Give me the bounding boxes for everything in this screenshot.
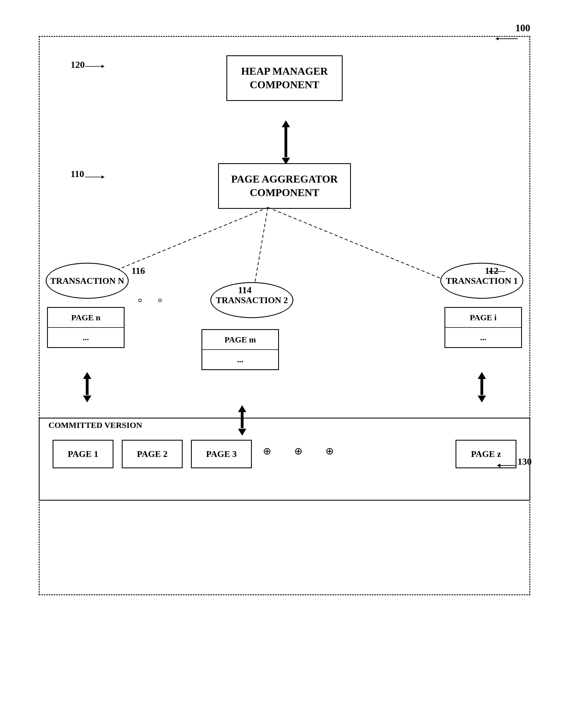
heap-manager-line2: COMPONENT [249, 79, 319, 90]
transaction-n-ellipse: TRANSACTION N [46, 263, 129, 299]
page-i-ellipsis: ... [445, 328, 521, 347]
svg-marker-4 [282, 120, 290, 127]
svg-marker-16 [83, 396, 91, 402]
transaction-1-container: TRANSACTION 1 [440, 263, 523, 299]
label-116: 116 [131, 266, 145, 276]
arrow-110-icon [84, 174, 106, 181]
page-m-ellipsis: ... [202, 350, 278, 369]
svg-rect-5 [284, 127, 287, 157]
page-i-label: PAGE i [445, 308, 521, 328]
page-n-label: PAGE n [48, 308, 124, 328]
svg-rect-21 [480, 378, 483, 395]
page-aggregator-line1: PAGE AGGREGATOR [231, 173, 338, 185]
transaction-2-label: TRANSACTION 2 [216, 295, 288, 305]
heap-manager-line1: HEAP MANAGER [241, 65, 328, 77]
svg-marker-24 [497, 464, 500, 467]
page-2-box: PAGE 2 [122, 440, 183, 468]
arrow-112-icon [486, 268, 508, 275]
svg-marker-6 [282, 158, 290, 163]
label-120: 120 [71, 59, 85, 70]
arrow-stack-n-icon [80, 371, 94, 405]
transaction-2-ellipse: TRANSACTION 2 [210, 282, 294, 318]
label-114: 114 [238, 285, 251, 295]
svg-marker-8 [102, 175, 104, 179]
heap-manager-box: HEAP MANAGER COMPONENT [226, 55, 343, 101]
svg-marker-14 [83, 372, 91, 379]
transaction-dots: ° ° [138, 296, 165, 309]
arrow-130-icon [494, 461, 519, 470]
page-1-box: PAGE 1 [53, 440, 113, 468]
transaction-1-label: TRANSACTION 1 [446, 276, 518, 286]
committed-dots: ⊕ ⊕ ⊕ [263, 445, 338, 457]
page-aggregator-line2: COMPONENT [249, 187, 319, 198]
svg-marker-20 [478, 372, 486, 379]
page-m-label: PAGE m [202, 330, 278, 350]
page-3-box: PAGE 3 [191, 440, 252, 468]
stack-2: PAGE m ... [201, 329, 279, 370]
label-110: 110 [71, 169, 84, 179]
arrow-120-icon [84, 63, 106, 70]
label-130: 130 [518, 456, 532, 467]
stack-n: PAGE n ... [47, 307, 124, 348]
transaction-n-container: TRANSACTION N [46, 263, 129, 299]
svg-rect-15 [86, 378, 89, 395]
page-n-ellipsis: ... [48, 328, 124, 347]
label-100: 100 [515, 22, 530, 34]
committed-version-label: COMMITTED VERSION [48, 420, 142, 430]
arrow-stack-1-icon [475, 371, 489, 405]
svg-marker-3 [102, 65, 104, 68]
page-aggregator-box: PAGE AGGREGATOR COMPONENT [218, 163, 351, 209]
transaction-2-container: TRANSACTION 2 [210, 282, 294, 318]
transaction-n-label: TRANSACTION N [50, 276, 124, 286]
stack-1: PAGE i ... [445, 307, 522, 348]
svg-marker-22 [478, 396, 486, 402]
transaction-1-ellipse: TRANSACTION 1 [440, 263, 523, 299]
double-arrow-vertical-icon [276, 119, 293, 163]
svg-marker-17 [238, 405, 246, 412]
svg-marker-13 [489, 270, 492, 273]
